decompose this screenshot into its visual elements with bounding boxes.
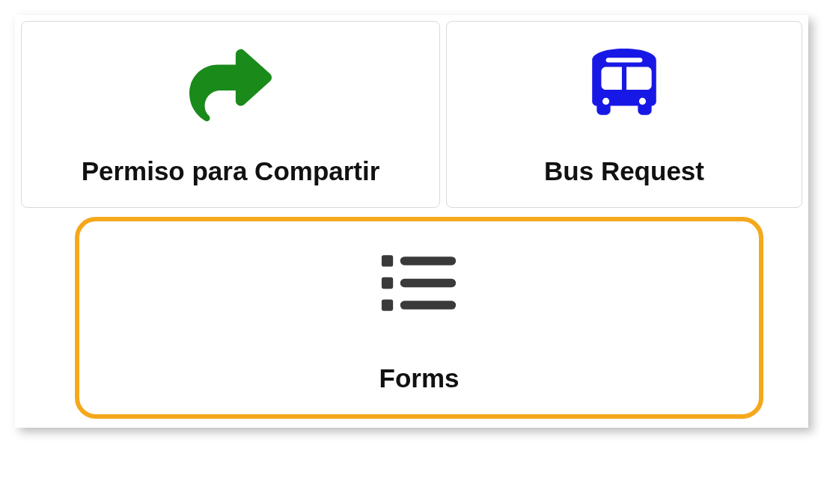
list-icon [380,244,459,322]
svg-rect-5 [400,301,455,309]
svg-rect-2 [381,277,392,289]
bus-request-label: Bus Request [544,156,704,186]
svg-rect-3 [400,279,455,287]
top-row: Permiso para Compartir Bus Request [15,15,808,214]
bottom-row: Forms [15,214,808,419]
svg-rect-1 [400,256,455,265]
card-panel: Permiso para Compartir Bus Request [15,15,808,428]
bus-request-card[interactable]: Bus Request [446,21,802,208]
forms-card[interactable]: Forms [75,217,763,419]
forms-label: Forms [379,363,460,393]
svg-rect-4 [381,299,392,310]
svg-rect-0 [381,255,392,266]
bus-icon [583,37,665,134]
share-icon [189,37,272,134]
share-permission-card[interactable]: Permiso para Compartir [21,21,440,208]
share-permission-label: Permiso para Compartir [82,156,380,186]
